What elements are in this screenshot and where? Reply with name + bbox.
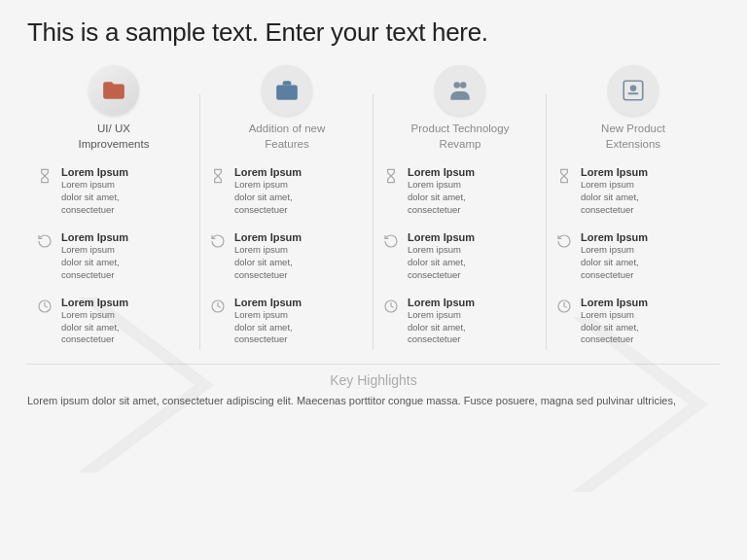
- item-text-3-2: Lorem IpsumLorem ipsum dolor sit amet, c…: [408, 230, 539, 282]
- item-title-2-3: Lorem Ipsum: [234, 296, 366, 309]
- column-2-label: Addition of new Features: [249, 122, 326, 152]
- list-item-3-2: Lorem IpsumLorem ipsum dolor sit amet, c…: [379, 227, 541, 286]
- item-text-2-3: Lorem IpsumLorem ipsum dolor sit amet, c…: [234, 296, 366, 347]
- list-item-2-3: Lorem IpsumLorem ipsum dolor sit amet, c…: [206, 292, 368, 351]
- item-title-1-1: Lorem Ipsum: [61, 165, 193, 179]
- column-3-items: Lorem IpsumLorem ipsum dolor sit amet, c…: [374, 161, 547, 350]
- column-1-items: Lorem IpsumLorem ipsum dolor sit amet, c…: [27, 161, 200, 350]
- item-icon-clock: [35, 297, 54, 316]
- item-text-1-1: Lorem IpsumLorem ipsum dolor sit amet, c…: [61, 165, 193, 217]
- item-title-3-2: Lorem Ipsum: [408, 230, 539, 244]
- item-desc-4-1: Lorem ipsum dolor sit amet, consectetuer: [581, 179, 712, 216]
- svg-rect-1: [276, 86, 298, 100]
- item-icon-refresh: [208, 231, 228, 251]
- item-title-2-1: Lorem Ipsum: [234, 165, 366, 179]
- item-desc-3-2: Lorem ipsum dolor sit amet, consectetuer: [408, 244, 539, 281]
- list-item-4-3: Lorem IpsumLorem ipsum dolor sit amet, c…: [552, 292, 714, 351]
- item-icon-clock: [208, 297, 228, 316]
- item-text-3-1: Lorem IpsumLorem ipsum dolor sit amet, c…: [408, 165, 539, 217]
- column-4-icon: [608, 65, 658, 116]
- column-3-header: Product Technology Revamp: [411, 65, 510, 152]
- key-highlights-title: Key Highlights: [27, 372, 720, 388]
- svg-point-8: [630, 86, 637, 92]
- item-desc-1-2: Lorem ipsum dolor sit amet, consectetuer: [61, 244, 193, 281]
- column-2-items: Lorem IpsumLorem ipsum dolor sit amet, c…: [200, 161, 374, 350]
- item-text-4-3: Lorem IpsumLorem ipsum dolor sit amet, c…: [581, 296, 712, 347]
- item-text-4-1: Lorem IpsumLorem ipsum dolor sit amet, c…: [581, 165, 712, 217]
- item-text-2-1: Lorem IpsumLorem ipsum dolor sit amet, c…: [234, 165, 366, 217]
- column-1: UI/ UX ImprovementsLorem IpsumLorem ipsu…: [27, 65, 200, 350]
- column-3-label: Product Technology Revamp: [411, 122, 510, 152]
- item-title-1-2: Lorem Ipsum: [61, 230, 193, 244]
- svg-point-5: [460, 82, 467, 88]
- list-item-1-1: Lorem IpsumLorem ipsum dolor sit amet, c…: [33, 161, 195, 221]
- item-text-1-3: Lorem IpsumLorem ipsum dolor sit amet, c…: [61, 296, 193, 347]
- column-1-header: UI/ UX Improvements: [79, 65, 150, 152]
- item-desc-1-3: Lorem ipsum dolor sit amet, consectetuer: [61, 309, 193, 346]
- item-title-1-3: Lorem Ipsum: [61, 296, 193, 309]
- item-icon-hourglass: [208, 166, 228, 186]
- list-item-3-3: Lorem IpsumLorem ipsum dolor sit amet, c…: [379, 292, 541, 351]
- item-text-2-2: Lorem IpsumLorem ipsum dolor sit amet, c…: [234, 230, 366, 282]
- column-3: Product Technology RevampLorem IpsumLore…: [374, 65, 547, 350]
- item-title-4-3: Lorem Ipsum: [581, 296, 712, 309]
- item-icon-refresh: [35, 231, 54, 251]
- column-4: New Product ExtensionsLorem IpsumLorem i…: [547, 65, 720, 350]
- column-4-header: New Product Extensions: [601, 65, 665, 152]
- item-icon-hourglass: [554, 166, 574, 186]
- item-icon-hourglass: [35, 166, 54, 186]
- item-title-3-3: Lorem Ipsum: [408, 296, 539, 309]
- key-highlights-section: Key Highlights Lorem ipsum dolor sit ame…: [27, 364, 720, 409]
- item-text-4-2: Lorem IpsumLorem ipsum dolor sit amet, c…: [581, 230, 712, 282]
- list-item-2-2: Lorem IpsumLorem ipsum dolor sit amet, c…: [206, 227, 368, 286]
- page: This is a sample text. Enter your text h…: [0, 0, 747, 560]
- item-desc-3-3: Lorem ipsum dolor sit amet, consectetuer: [408, 309, 539, 346]
- svg-rect-9: [628, 92, 639, 94]
- item-desc-4-2: Lorem ipsum dolor sit amet, consectetuer: [581, 244, 712, 281]
- item-desc-2-3: Lorem ipsum dolor sit amet, consectetuer: [234, 309, 366, 346]
- item-icon-clock: [381, 297, 401, 316]
- list-item-3-1: Lorem IpsumLorem ipsum dolor sit amet, c…: [379, 161, 541, 221]
- item-desc-4-3: Lorem ipsum dolor sit amet, consectetuer: [581, 309, 712, 346]
- key-highlights-body: Lorem ipsum dolor sit amet, consectetuer…: [27, 393, 720, 409]
- column-1-label: UI/ UX Improvements: [79, 122, 150, 152]
- column-4-items: Lorem IpsumLorem ipsum dolor sit amet, c…: [547, 161, 720, 350]
- item-icon-clock: [554, 297, 574, 316]
- item-desc-3-1: Lorem ipsum dolor sit amet, consectetuer: [408, 179, 539, 216]
- item-title-4-1: Lorem Ipsum: [581, 165, 712, 179]
- column-2-icon: [262, 65, 312, 116]
- list-item-2-1: Lorem IpsumLorem ipsum dolor sit amet, c…: [206, 161, 368, 221]
- item-title-2-2: Lorem Ipsum: [234, 230, 366, 244]
- list-item-4-1: Lorem IpsumLorem ipsum dolor sit amet, c…: [552, 161, 714, 221]
- list-item-1-3: Lorem IpsumLorem ipsum dolor sit amet, c…: [33, 292, 195, 351]
- item-desc-2-2: Lorem ipsum dolor sit amet, consectetuer: [234, 244, 366, 281]
- columns-container: UI/ UX ImprovementsLorem IpsumLorem ipsu…: [27, 65, 720, 350]
- item-icon-refresh: [381, 231, 401, 251]
- column-2-header: Addition of new Features: [249, 65, 326, 152]
- item-title-4-2: Lorem Ipsum: [581, 230, 712, 244]
- item-text-3-3: Lorem IpsumLorem ipsum dolor sit amet, c…: [408, 296, 539, 347]
- column-2: Addition of new FeaturesLorem IpsumLorem…: [200, 65, 374, 350]
- column-4-label: New Product Extensions: [601, 122, 665, 152]
- page-title: This is a sample text. Enter your text h…: [27, 18, 720, 48]
- item-icon-hourglass: [381, 166, 401, 186]
- column-1-icon: [89, 65, 139, 116]
- list-item-1-2: Lorem IpsumLorem ipsum dolor sit amet, c…: [33, 227, 195, 286]
- list-item-4-2: Lorem IpsumLorem ipsum dolor sit amet, c…: [552, 227, 714, 286]
- item-desc-1-1: Lorem ipsum dolor sit amet, consectetuer: [61, 179, 193, 216]
- item-desc-2-1: Lorem ipsum dolor sit amet, consectetuer: [234, 179, 366, 216]
- item-title-3-1: Lorem Ipsum: [408, 165, 539, 179]
- svg-point-4: [454, 82, 461, 88]
- item-icon-refresh: [554, 231, 574, 251]
- item-text-1-2: Lorem IpsumLorem ipsum dolor sit amet, c…: [61, 230, 193, 282]
- column-3-icon: [435, 65, 485, 116]
